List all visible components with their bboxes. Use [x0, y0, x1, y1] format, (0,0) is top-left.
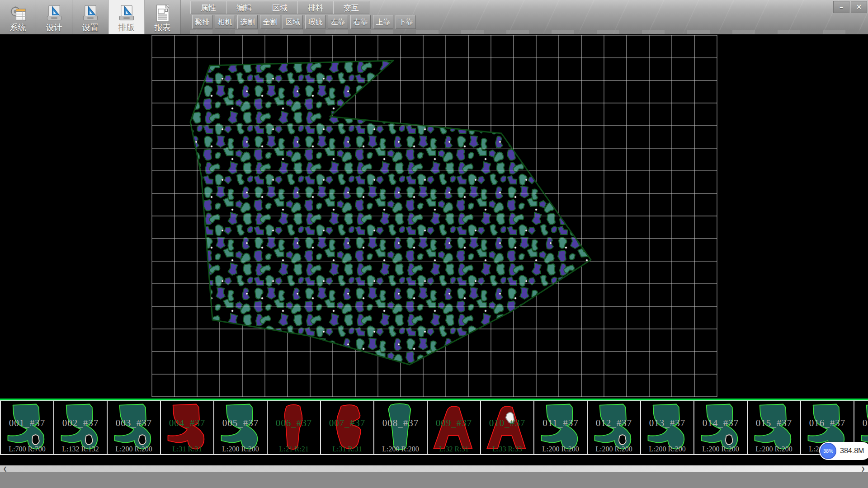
btn-align-bottom[interactable]: 下靠 — [396, 15, 416, 29]
piece-id-label: 016_#37 — [801, 418, 854, 429]
minimize-button[interactable]: – — [833, 1, 849, 13]
piece-count-label: L:200 R:200 — [748, 445, 800, 453]
thumbnail-cell[interactable]: 015_#37 L:200 R:200 — [747, 400, 801, 455]
nav-design-label: 设计 — [46, 23, 62, 32]
btn-camera[interactable]: 相机 — [215, 15, 235, 29]
thumbnail-cell[interactable]: 005_#37 L:200 R:200 — [213, 400, 268, 455]
memory-value: 384.8M — [840, 447, 864, 455]
canvas-svg — [0, 34, 868, 399]
tab-interaction[interactable]: 交互 — [333, 1, 369, 14]
piece-count-label: L:132 R:132 — [54, 445, 107, 453]
thumbnail-cell[interactable]: 003_#37 L:200 R:200 — [107, 400, 161, 455]
system-icon — [9, 5, 27, 23]
piece-count-label: L:31 R:31 — [321, 445, 373, 453]
piece-count-label: L:700 R:700 — [1, 445, 53, 453]
piece-count-label: L:200 R:200 — [588, 445, 640, 453]
piece-id-label: 001_#37 — [1, 418, 53, 429]
btn-align-top[interactable]: 上靠 — [373, 15, 393, 29]
piece-id-label: 013_#37 — [641, 418, 693, 429]
tab-edit[interactable]: 编辑 — [226, 1, 262, 14]
piece-id-label: 009_#37 — [428, 418, 480, 429]
thumbnail-cell[interactable]: 006_#37 L:21 R:21 — [267, 400, 321, 455]
thumbnail-cell[interactable]: 014_#37 L:200 R:200 — [693, 400, 748, 455]
btn-cut-all[interactable]: 全割 — [260, 15, 280, 29]
piece-id-label: 007_#37 — [321, 418, 373, 429]
nav-report-label: 报表 — [155, 23, 171, 32]
thumbnail-cell[interactable]: 008_#37 L:200 R:200 — [373, 400, 428, 455]
scroll-left-arrow-icon[interactable]: ❮ — [1, 465, 9, 472]
piece-count-label: L:32 R:31 — [428, 445, 480, 453]
piece-id-label: 014_#37 — [694, 418, 747, 429]
horizontal-scrollbar[interactable]: ❮ ❯ — [0, 465, 868, 472]
piece-id-label: 005_#37 — [214, 418, 267, 429]
piece-count-label: L:200 R:200 — [694, 445, 747, 453]
settings-icon — [81, 5, 99, 23]
piece-count-label: L:200 R:200 — [108, 445, 160, 453]
leather-hide[interactable] — [190, 61, 591, 365]
piece-count-label: L:200 R:200 — [641, 445, 693, 453]
report-icon — [154, 5, 172, 23]
tool-button-row: 聚排 相机 选割 全割 区域 瑕疵 左靠 右靠 上靠 下靠 — [192, 15, 416, 29]
nav-report[interactable]: 报表 — [145, 0, 181, 34]
thumbnail-cell[interactable]: 012_#37 L:200 R:200 — [587, 400, 641, 455]
piece-count-label: L:31 R:31 — [161, 445, 213, 453]
menu-tab-row: 属性 编辑 区域 排料 交互 — [191, 1, 369, 14]
nav-settings[interactable]: 设置 — [72, 0, 108, 34]
top-toolbar: 系统 设计 设置 — [0, 0, 868, 34]
piece-count-label: L:200 R:200 — [214, 445, 267, 453]
nav-design[interactable]: 设计 — [36, 0, 72, 34]
piece-id-label: 003_#37 — [108, 418, 160, 429]
nesting-canvas[interactable] — [0, 34, 868, 399]
thumbnail-cell[interactable]: 009_#37 L:32 R:31 — [427, 400, 481, 455]
thumbnail-cell[interactable]: 001_#37 L:700 R:700 — [0, 400, 54, 455]
nav-system[interactable]: 系统 — [0, 0, 36, 34]
piece-thumbnail-strip: 001_#37 L:700 R:700 002_#37 L:132 R:132 … — [0, 399, 868, 465]
piece-id-label: 010_#37 — [481, 418, 533, 429]
btn-cluster-nest[interactable]: 聚排 — [192, 15, 212, 29]
btn-region[interactable]: 区域 — [283, 15, 303, 29]
thumbnail-cell[interactable]: 010_#37 L:33 R:33 — [480, 400, 534, 455]
piece-count-label: L:200 R:200 — [534, 445, 587, 453]
piece-count-label: L:33 R:33 — [481, 445, 533, 453]
progress-percent-circle: 38% — [820, 443, 836, 459]
piece-id-label: 015_#37 — [748, 418, 800, 429]
tab-nesting[interactable]: 排料 — [297, 1, 334, 14]
scroll-right-arrow-icon[interactable]: ❯ — [859, 465, 867, 472]
piece-id-label: 012_#37 — [588, 418, 640, 429]
piece-id-label: 011_#37 — [534, 418, 587, 429]
progress-badge[interactable]: 38% 384.8M — [819, 442, 868, 460]
tab-region[interactable]: 区域 — [262, 1, 298, 14]
nav-layout[interactable]: 排版 — [108, 0, 145, 34]
btn-align-right[interactable]: 右靠 — [350, 15, 371, 29]
nav-settings-label: 设置 — [82, 23, 99, 32]
piece-id-label: 004_#37 — [161, 418, 213, 429]
thumbnail-cell[interactable]: 011_#37 L:200 R:200 — [533, 400, 588, 455]
piece-id-label: 008_#37 — [374, 418, 427, 429]
window-controls: – ✕ — [833, 1, 867, 13]
design-icon — [45, 5, 63, 23]
thumbnail-cell[interactable]: 013_#37 L:200 R:200 — [640, 400, 694, 455]
nav-layout-label: 排版 — [118, 23, 135, 32]
btn-select-cut[interactable]: 选割 — [237, 15, 258, 29]
thumbnail-cell[interactable]: 007_#37 L:31 R:31 — [320, 400, 374, 455]
piece-count-label: L:21 R:21 — [268, 445, 320, 453]
thumbnail-cell[interactable]: 002_#37 L:132 R:132 — [53, 400, 108, 455]
piece-count-label: L:200 R:200 — [374, 445, 427, 453]
piece-id-label: 006_#37 — [268, 418, 320, 429]
btn-defect[interactable]: 瑕疵 — [305, 15, 326, 29]
nav-system-label: 系统 — [10, 23, 26, 32]
thumbnail-cell[interactable]: 004_#37 L:31 R:31 — [160, 400, 214, 455]
close-button[interactable]: ✕ — [851, 1, 867, 13]
layout-icon — [118, 5, 136, 23]
toolbar-bottom-segments — [190, 30, 868, 34]
btn-align-left[interactable]: 左靠 — [328, 15, 348, 29]
status-bar — [0, 472, 868, 488]
tab-attributes[interactable]: 属性 — [190, 1, 226, 14]
main-nav: 系统 设计 设置 — [0, 0, 181, 34]
piece-id-label: 017_#37 — [854, 418, 868, 429]
piece-id-label: 002_#37 — [54, 418, 107, 429]
